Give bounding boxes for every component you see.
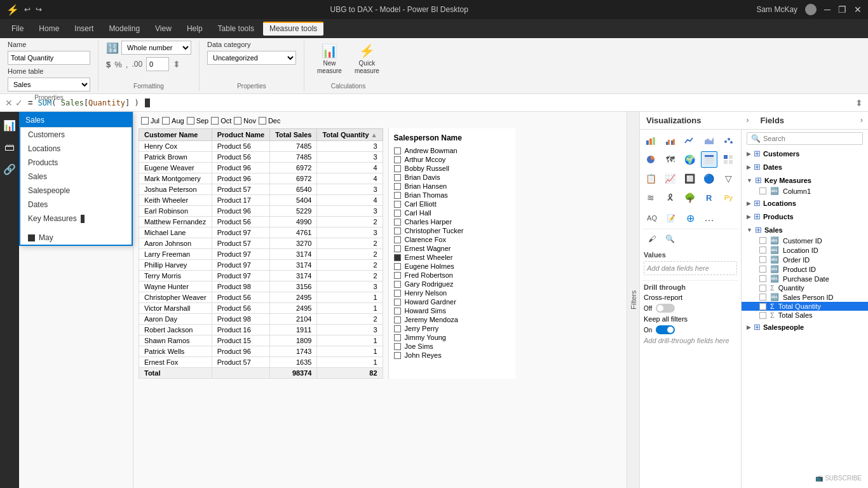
menu-help[interactable]: Help — [180, 22, 209, 36]
tree-item-checkbox[interactable] — [759, 275, 766, 282]
viz-ai[interactable]: AQ — [644, 210, 660, 226]
sp-checkbox[interactable] — [394, 299, 401, 306]
tree-group-header[interactable]: ▶ ⊞ Products — [742, 210, 868, 222]
month-filter-oct[interactable]: Oct — [211, 117, 231, 125]
minimize-btn[interactable]: ─ — [824, 4, 831, 15]
tree-item-checkbox[interactable] — [759, 247, 766, 254]
tree-group-header[interactable]: ▶ ⊞ Salespeople — [742, 321, 868, 333]
tree-item-checkbox[interactable] — [759, 312, 766, 319]
salesperson-item[interactable]: Howard Gardner — [394, 297, 510, 306]
dropdown-item-may[interactable]: May — [20, 231, 132, 245]
tree-item[interactable]: Σ Quantity — [742, 283, 868, 292]
sort-icon[interactable]: ▲ — [371, 132, 377, 139]
tree-item[interactable]: 🔤 Column1 — [742, 186, 868, 196]
fields-search-box[interactable]: 🔍 — [747, 132, 863, 145]
tree-item[interactable]: Σ Total Sales — [742, 311, 868, 320]
sp-checkbox[interactable] — [394, 281, 401, 288]
salesperson-item[interactable]: Charles Harper — [394, 217, 510, 226]
viz-ribbon[interactable]: 🎗 — [662, 189, 679, 206]
month-filter-dec[interactable]: Dec — [259, 117, 281, 125]
tree-item[interactable]: 🔤 Purchase Date — [742, 274, 868, 283]
tree-group-header[interactable]: ▶ ⊞ Customers — [742, 147, 868, 159]
month-filter-jul[interactable]: Jul — [141, 117, 159, 125]
sp-checkbox[interactable] — [394, 227, 401, 234]
format-value-input[interactable] — [146, 57, 169, 71]
salesperson-item[interactable]: Joe Sims — [394, 342, 510, 351]
jul-cb[interactable] — [141, 117, 149, 125]
salesperson-item[interactable]: Ernest Wagner — [394, 244, 510, 253]
tree-group-header[interactable]: ▶ ⊞ Dates — [742, 161, 868, 173]
tree-item[interactable]: 🔤 Sales Person ID — [742, 292, 868, 302]
tree-group-header[interactable]: ▼ ⊞ Key Measures — [742, 174, 868, 186]
tree-item-checkbox[interactable] — [759, 256, 766, 263]
month-filter-sep[interactable]: Sep — [187, 117, 209, 125]
dropdown-item-products[interactable]: Products — [20, 156, 132, 170]
dropdown-item-blank[interactable] — [20, 226, 132, 231]
menu-measure-tools[interactable]: Measure tools — [263, 22, 323, 36]
menu-file[interactable]: File — [5, 22, 30, 36]
sp-checkbox[interactable] — [394, 192, 401, 199]
formula-check-icon[interactable]: ✓ — [15, 98, 23, 108]
viz-stacked-bar[interactable] — [642, 132, 659, 149]
dropdown-item-sales[interactable]: Sales — [20, 170, 132, 184]
month-filter-aug[interactable]: Aug — [162, 117, 184, 125]
dropdown-search-input[interactable] — [20, 113, 132, 128]
salesperson-item[interactable]: Jimmy Young — [394, 333, 510, 342]
close-btn[interactable]: ✕ — [854, 4, 862, 15]
salesperson-item[interactable]: Jeremy Mendoza — [394, 315, 510, 324]
sp-checkbox[interactable] — [394, 156, 401, 163]
oct-cb[interactable] — [211, 117, 219, 125]
drill-format-icon[interactable]: 🖌 — [644, 231, 660, 247]
menu-modeling[interactable]: Modeling — [102, 22, 146, 36]
sp-checkbox[interactable] — [394, 334, 401, 341]
drillthrough-off-toggle[interactable] — [656, 304, 675, 313]
viz-add[interactable]: ⊕ — [682, 210, 698, 226]
new-measure-btn[interactable]: 📊 New measure — [312, 41, 347, 78]
tree-item[interactable]: 🔤 Product ID — [742, 264, 868, 274]
tree-item-checkbox[interactable] — [759, 294, 766, 301]
viz-line[interactable] — [681, 132, 698, 149]
salesperson-item[interactable]: Brian Davis — [394, 173, 510, 182]
tree-item-checkbox[interactable] — [759, 285, 766, 292]
viz-slicer[interactable]: 🔲 — [681, 170, 698, 187]
tree-item-checkbox[interactable] — [759, 187, 766, 194]
tree-item[interactable]: 🔤 Location ID — [742, 245, 868, 255]
salesperson-item[interactable]: Clarence Fox — [394, 235, 510, 244]
viz-card[interactable]: 📋 — [642, 170, 659, 187]
salesperson-item[interactable]: Jerry Perry — [394, 324, 510, 333]
tree-item-checkbox[interactable] — [759, 237, 766, 244]
tree-item-checkbox[interactable] — [759, 266, 766, 273]
salesperson-item[interactable]: Andrew Bowman — [394, 146, 510, 155]
viz-expand-btn[interactable]: › — [742, 112, 754, 129]
nov-cb[interactable] — [234, 117, 241, 125]
filters-tab[interactable]: Filters — [627, 112, 639, 488]
salesperson-item[interactable]: Brian Hansen — [394, 182, 510, 191]
sp-checkbox[interactable] — [394, 325, 401, 332]
drillthrough-on-toggle[interactable] — [656, 325, 675, 334]
restore-btn[interactable]: ❐ — [838, 4, 846, 15]
fields-expand-btn[interactable]: › — [855, 112, 868, 129]
tree-group-header[interactable]: ▼ ⊞ Sales — [742, 224, 868, 236]
salesperson-item[interactable]: Fred Robertson — [394, 271, 510, 280]
name-input[interactable] — [8, 51, 90, 65]
sp-checkbox[interactable] — [394, 236, 401, 243]
sp-checkbox[interactable] — [394, 316, 401, 323]
salesperson-item[interactable]: Carl Hall — [394, 208, 510, 217]
sp-checkbox[interactable] — [394, 308, 401, 315]
viz-waterfall[interactable]: ≋ — [642, 189, 659, 206]
viz-decomp[interactable]: 🌳 — [681, 189, 698, 206]
sp-checkbox[interactable] — [394, 210, 401, 217]
data-category-select[interactable]: Uncategorized — [207, 51, 296, 65]
viz-add-data-fields[interactable]: Add data fields here — [644, 261, 737, 275]
fields-search-input[interactable] — [763, 135, 858, 142]
viz-gauge[interactable]: 🔵 — [701, 170, 717, 187]
tree-item-checkbox[interactable] — [759, 303, 766, 310]
salesperson-item[interactable]: Henry Nelson — [394, 288, 510, 297]
formula-x-icon[interactable]: ✕ — [5, 98, 13, 108]
sp-checkbox[interactable] — [394, 245, 401, 252]
model-view-icon[interactable]: 🔗 — [1, 161, 18, 178]
viz-py-icon[interactable]: Py — [720, 189, 736, 206]
viz-clustered-bar[interactable] — [662, 132, 679, 149]
salesperson-item[interactable]: Bobby Russell — [394, 164, 510, 173]
format-spinner-icon[interactable]: ⬍ — [173, 59, 180, 69]
